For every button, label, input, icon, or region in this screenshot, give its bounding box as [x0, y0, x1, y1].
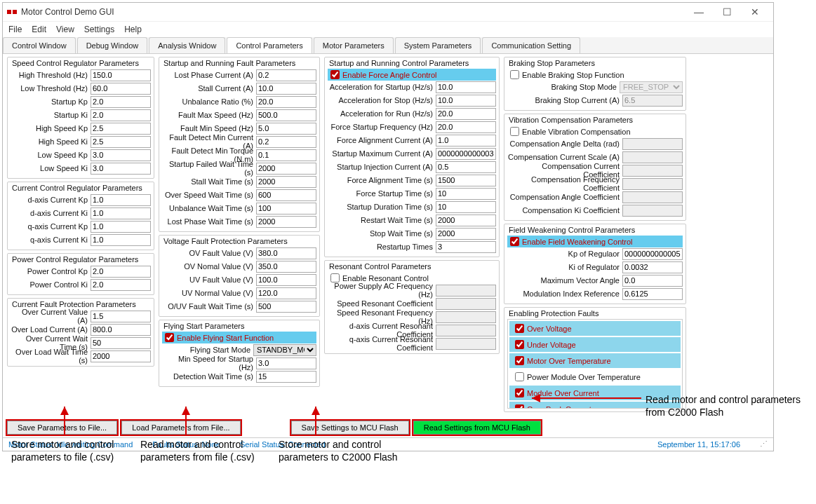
input-start-inj[interactable] [436, 161, 496, 173]
input-startup-ki[interactable] [91, 109, 151, 121]
input-os-wait[interactable] [256, 189, 316, 201]
pf-checkbox[interactable] [515, 372, 524, 381]
minimize-button[interactable]: — [685, 6, 713, 18]
input-unb-ratio[interactable] [256, 96, 316, 108]
input-hs-kp[interactable] [91, 123, 151, 135]
chk-field-weakening[interactable] [510, 237, 519, 246]
pf-checkbox[interactable] [515, 356, 524, 365]
pf-label: Power Module Over Temperature [527, 373, 641, 381]
input-oc-value[interactable] [91, 311, 151, 322]
tab-system-parameters[interactable]: System Parameters [395, 37, 481, 53]
input-pwr-ki[interactable] [91, 279, 151, 291]
pf-item[interactable]: Motor Over Temperature [509, 353, 681, 368]
input-fs-time[interactable] [436, 188, 496, 200]
pf-item[interactable]: Power Module Over Temperature [509, 369, 681, 384]
app-icon [7, 7, 17, 17]
input-sf-wait[interactable] [256, 163, 316, 175]
pf-checkbox[interactable] [515, 324, 524, 333]
input-ac-freq [436, 285, 496, 297]
input-sd-time[interactable] [436, 201, 496, 213]
input-oc-wait[interactable] [91, 337, 151, 349]
input-ls-kp[interactable] [91, 149, 151, 161]
input-q-ki[interactable] [91, 234, 151, 246]
menu-edit[interactable]: Edit [32, 25, 46, 34]
input-force-freq[interactable] [436, 121, 496, 133]
input-ol-wait[interactable] [91, 350, 151, 362]
input-d-kp[interactable] [91, 194, 151, 206]
input-acc-run[interactable] [436, 108, 496, 120]
menu-help[interactable]: Help [124, 25, 142, 34]
input-stop-wait[interactable] [436, 228, 496, 240]
resize-grip-icon[interactable]: ⋰ [760, 440, 768, 449]
menu-file[interactable]: File [8, 25, 22, 34]
input-fw-mva[interactable] [622, 275, 683, 287]
input-d-ki[interactable] [91, 207, 151, 219]
tab-analysis-window[interactable]: Analysis Wnidow [149, 37, 225, 53]
menu-settings[interactable]: Settings [84, 25, 114, 34]
tab-motor-parameters[interactable]: Motor Parameters [314, 37, 394, 53]
input-startup-kp[interactable] [91, 96, 151, 108]
input-low-threshold[interactable] [91, 83, 151, 95]
input-ouv-wait[interactable] [256, 301, 316, 313]
input-ov-fault[interactable] [256, 247, 316, 259]
menu-view[interactable]: View [56, 25, 74, 34]
load-params-button[interactable]: Load Parameters from File... [121, 421, 240, 435]
input-fmax-spd[interactable] [256, 109, 316, 121]
save-mcu-button[interactable]: Save Settings to MCU Flash [291, 421, 409, 435]
input-ov-nom[interactable] [256, 261, 316, 273]
chk-vibration[interactable] [510, 127, 519, 136]
input-ol-current[interactable] [91, 324, 151, 336]
input-force-align[interactable] [436, 135, 496, 147]
pf-checkbox[interactable] [515, 388, 524, 397]
read-mcu-button[interactable]: Read Settings from MCU Flash [413, 421, 541, 435]
input-acc-stop[interactable] [436, 95, 496, 107]
pf-checkbox[interactable] [515, 340, 524, 349]
group-sr-fault: Startup and Running Fault Parameters Los… [159, 57, 320, 232]
select-flying-mode[interactable]: STANDBY_MODE [253, 344, 316, 356]
input-fs-detwait[interactable] [256, 371, 316, 383]
tab-control-parameters[interactable]: Control Parameters [227, 37, 312, 53]
input-unb-wait[interactable] [256, 203, 316, 214]
input-stall-curr[interactable] [256, 83, 316, 95]
input-q-kp[interactable] [91, 221, 151, 233]
input-fs-minspd[interactable] [256, 357, 316, 369]
input-fmin-spd[interactable] [256, 123, 316, 135]
group-speed-control: Speed Control Regulator Parameters High … [7, 57, 154, 179]
input-lp-wait[interactable] [256, 216, 316, 228]
input-high-threshold[interactable] [91, 69, 151, 81]
pf-item[interactable]: Over Voltage [509, 321, 681, 336]
input-uv-nom[interactable] [256, 287, 316, 299]
input-restart-times[interactable] [436, 241, 496, 253]
input-ls-ki[interactable] [91, 163, 151, 175]
input-brake-curr [622, 95, 683, 107]
input-pwr-kp[interactable] [91, 266, 151, 278]
save-params-button[interactable]: Save Parameters to File... [7, 421, 117, 435]
input-acc-start[interactable] [436, 81, 496, 93]
input-lost-phase[interactable] [256, 69, 316, 81]
input-restart-wait[interactable] [436, 214, 496, 226]
pf-checkbox[interactable] [515, 404, 524, 409]
close-button[interactable]: ✕ [741, 6, 769, 18]
input-fd-min-trq[interactable] [256, 149, 316, 161]
input-vibe-ang [622, 138, 683, 150]
input-vibe-angcoef [622, 191, 683, 203]
callout-4: Read motor and control parameters from C… [646, 394, 807, 418]
tab-debug-window[interactable]: Debug Window [77, 37, 148, 53]
chk-force-angle[interactable] [330, 70, 340, 79]
input-fw-mir[interactable] [622, 288, 683, 300]
input-stall-wait[interactable] [256, 176, 316, 188]
input-hs-ki[interactable] [91, 136, 151, 148]
input-fw-ki[interactable] [622, 261, 683, 273]
input-fw-kp[interactable] [622, 248, 683, 260]
chk-braking[interactable] [510, 70, 519, 79]
input-uv-fault[interactable] [256, 274, 316, 286]
chk-flying-start[interactable] [165, 333, 174, 342]
input-fa-time[interactable] [436, 175, 496, 186]
input-fd-min-curr[interactable] [256, 136, 316, 148]
tab-control-window[interactable]: Control Window [3, 37, 76, 53]
pf-item[interactable]: Under Voltage [509, 337, 681, 352]
svg-rect-0 [7, 10, 11, 14]
tab-communication-setting[interactable]: Communication Setting [482, 37, 580, 53]
maximize-button[interactable]: ☐ [713, 6, 741, 18]
input-start-max[interactable] [436, 148, 496, 160]
